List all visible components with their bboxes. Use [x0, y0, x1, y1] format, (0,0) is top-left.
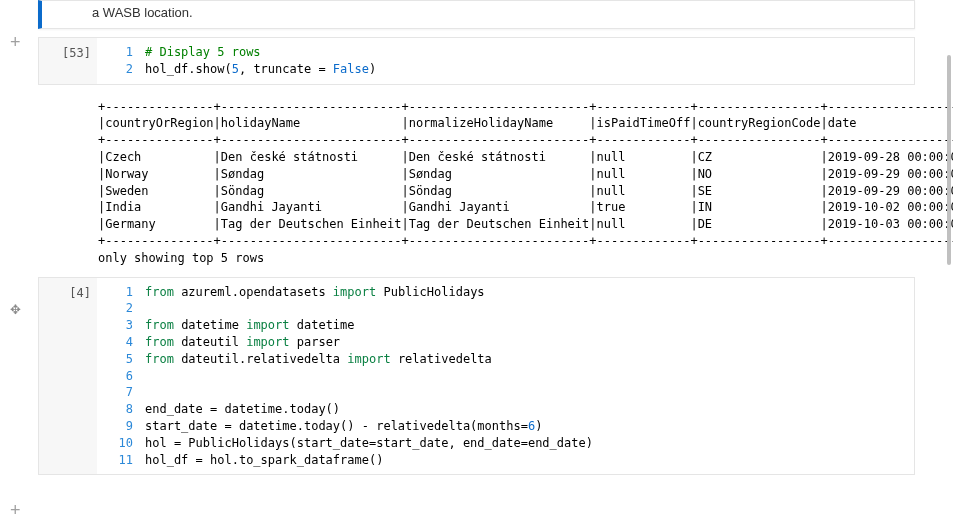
line-number: 2 [107, 300, 133, 317]
line-number: 10 [107, 435, 133, 452]
code-line[interactable]: 1from azureml.opendatasets import Public… [107, 284, 904, 301]
code-cell-2[interactable]: [4] 1from azureml.opendatasets import Pu… [38, 277, 915, 476]
add-cell-button-top[interactable]: + [10, 32, 21, 53]
code-editor-2[interactable]: 1from azureml.opendatasets import Public… [97, 278, 914, 475]
code-line[interactable]: 7 [107, 384, 904, 401]
code-line[interactable]: 9start_date = datetime.today() - relativ… [107, 418, 904, 435]
add-cell-button-bottom[interactable]: + [10, 500, 21, 521]
code-cell-1[interactable]: [53] 1# Display 5 rows2hol_df.show(5, tr… [38, 37, 915, 85]
move-cell-icon[interactable]: ✥ [10, 302, 21, 317]
code-line[interactable]: 3from datetime import datetime [107, 317, 904, 334]
line-number: 3 [107, 317, 133, 334]
execution-count: [53] [39, 38, 97, 84]
line-number: 2 [107, 61, 133, 78]
code-line[interactable]: 10hol = PublicHolidays(start_date=start_… [107, 435, 904, 452]
info-banner: a WASB location. [38, 0, 915, 29]
code-line[interactable]: 4from dateutil import parser [107, 334, 904, 351]
banner-text: a WASB location. [92, 5, 193, 20]
code-line[interactable]: 2hol_df.show(5, truncate = False) [107, 61, 904, 78]
code-line[interactable]: 2 [107, 300, 904, 317]
execution-count: [4] [39, 278, 97, 475]
line-number: 7 [107, 384, 133, 401]
code-editor-1[interactable]: 1# Display 5 rows2hol_df.show(5, truncat… [97, 38, 914, 84]
line-number: 11 [107, 452, 133, 469]
cell-output: +---------------+-----------------------… [98, 99, 915, 267]
code-line[interactable]: 8end_date = datetime.today() [107, 401, 904, 418]
code-line[interactable]: 5from dateutil.relativedelta import rela… [107, 351, 904, 368]
code-line[interactable]: 6 [107, 368, 904, 385]
line-number: 5 [107, 351, 133, 368]
line-number: 4 [107, 334, 133, 351]
line-number: 1 [107, 284, 133, 301]
code-line[interactable]: 1# Display 5 rows [107, 44, 904, 61]
code-line[interactable]: 11hol_df = hol.to_spark_dataframe() [107, 452, 904, 469]
scrollbar[interactable] [947, 55, 951, 265]
line-number: 6 [107, 368, 133, 385]
line-number: 9 [107, 418, 133, 435]
line-number: 8 [107, 401, 133, 418]
line-number: 1 [107, 44, 133, 61]
